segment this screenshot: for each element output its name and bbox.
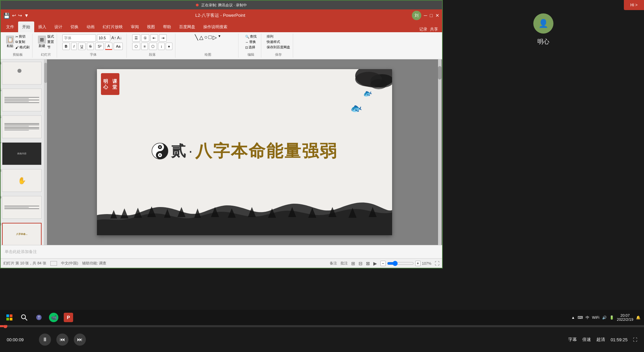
subtitle-btn[interactable]: 字幕 xyxy=(568,337,577,343)
tab-design[interactable]: 设计 xyxy=(50,21,66,32)
zoom-slider[interactable] xyxy=(387,261,414,266)
tab-help[interactable]: 帮助 xyxy=(159,21,175,32)
windows-start-btn[interactable] xyxy=(3,311,15,323)
tab-insert[interactable]: 插入 xyxy=(34,21,50,32)
align-left-btn[interactable]: ⬡ xyxy=(132,43,140,50)
shape4[interactable]: □ xyxy=(209,34,212,41)
slide-thumb-4[interactable] xyxy=(2,62,42,85)
progress-bar[interactable] xyxy=(0,325,644,327)
reset-btn[interactable]: 重置 xyxy=(47,40,54,44)
save-baidu-btn[interactable]: 保存到百度网盘 xyxy=(267,45,290,50)
font-name-input[interactable] xyxy=(62,34,96,42)
slide-thumb-5[interactable] xyxy=(2,89,42,111)
taskbar-volume[interactable]: 🔊 xyxy=(602,315,607,320)
italic-btn[interactable]: I xyxy=(71,43,77,50)
tab-transitions[interactable]: 切换 xyxy=(66,21,83,32)
align-center-btn[interactable]: ≡ xyxy=(141,43,148,50)
align-right-btn[interactable]: ⬡ xyxy=(149,43,157,50)
taskbar-keyboard[interactable]: ⌨ xyxy=(578,315,583,320)
decrease-indent-btn[interactable]: ⇤ xyxy=(150,34,158,42)
comments-btn[interactable]: 批注 xyxy=(340,261,348,266)
taskbar-wifi[interactable]: WiFi xyxy=(592,315,599,319)
slide-thumb-8[interactable]: ✋ xyxy=(2,169,42,192)
canvas-scrollbar[interactable] xyxy=(438,59,441,245)
section-btn[interactable]: 节 xyxy=(47,45,54,50)
taskbar-ime[interactable]: 中 xyxy=(586,315,589,320)
zoom-in-btn[interactable]: + xyxy=(415,261,421,266)
slide-thumb-10[interactable]: 八字本命... xyxy=(2,223,42,245)
shape5[interactable]: ▷ xyxy=(213,34,217,41)
zoom-out-btn[interactable]: − xyxy=(380,261,386,266)
tab-animations[interactable]: 动画 xyxy=(83,21,99,32)
redo-icon[interactable]: ↪ xyxy=(18,13,22,18)
powerpoint-taskbar-btn[interactable]: P xyxy=(62,311,74,323)
customize-icon[interactable]: ▼ xyxy=(24,13,29,18)
char-spacing-btn[interactable]: Aa xyxy=(114,43,123,50)
text-direction-btn[interactable]: ↕ xyxy=(158,43,165,50)
tab-home[interactable]: 开始 xyxy=(18,21,34,32)
increase-indent-btn[interactable]: ⇥ xyxy=(159,34,167,42)
quick-styles-btn[interactable]: 快速样式 xyxy=(267,40,290,44)
speed-btn[interactable]: 倍速 xyxy=(582,337,591,343)
reading-view-btn[interactable]: ⊠ xyxy=(366,261,370,266)
minimize-btn[interactable]: ─ xyxy=(424,13,427,18)
shape1[interactable]: ╲ xyxy=(195,34,198,41)
taskbar-notification[interactable]: 🔔 xyxy=(636,315,641,320)
strikethrough-btn[interactable]: S xyxy=(87,43,94,50)
arrange-btn[interactable]: 排列 xyxy=(267,34,290,39)
tab-review[interactable]: 审阅 xyxy=(127,21,143,32)
bold-btn[interactable]: B xyxy=(62,43,70,50)
slide-thumb-7[interactable]: 表格内容 xyxy=(2,142,42,165)
convert-smartart-btn[interactable]: ♦ xyxy=(166,43,172,50)
shapes-more[interactable]: ▼ xyxy=(218,34,221,41)
taskbar-battery[interactable]: 🔋 xyxy=(609,315,614,320)
find-btn[interactable]: 🔍 查找 xyxy=(245,34,257,39)
slide-panel-scrollbar[interactable] xyxy=(44,59,47,245)
notes-view-icon[interactable] xyxy=(50,261,57,266)
tab-file[interactable]: 文件 xyxy=(2,21,18,32)
tencent-meeting-btn[interactable]: 📹 xyxy=(48,311,60,323)
close-btn[interactable]: ✕ xyxy=(435,13,439,18)
notes-btn[interactable]: 备注 xyxy=(330,261,337,266)
hi-btn[interactable]: Hi > xyxy=(624,0,644,10)
tab-search[interactable]: 操作说明搜索 xyxy=(199,21,231,32)
share-btn[interactable]: 共享 xyxy=(430,27,438,32)
fullscreen-btn[interactable]: ⛶ xyxy=(633,337,637,342)
numbering-btn[interactable]: ① xyxy=(141,34,149,42)
fit-window-btn[interactable]: ⛶ xyxy=(435,261,439,266)
normal-view-btn[interactable]: ⊞ xyxy=(351,261,355,266)
notes-area[interactable]: 单击此处添加备注 xyxy=(1,245,442,258)
tab-baidu[interactable]: 百度网盘 xyxy=(175,21,199,32)
select-btn[interactable]: ⊡ 选择 xyxy=(245,45,257,50)
font-size-input[interactable] xyxy=(97,34,110,42)
cut-btn[interactable]: ✂ 剪切 xyxy=(15,34,30,39)
prev-btn[interactable]: ⏮ xyxy=(56,334,68,346)
search-taskbar-btn[interactable] xyxy=(18,311,30,323)
new-slide-btn[interactable]: ⊞ 新建 xyxy=(38,36,46,48)
slideshow-btn[interactable]: ▶ xyxy=(373,261,377,266)
copy-btn[interactable]: ⧉ 复制 xyxy=(15,40,30,44)
layout-btn[interactable]: 版式 xyxy=(47,34,54,39)
format-painter-btn[interactable]: 🖌 格式刷 xyxy=(15,45,30,50)
font-increase-btn[interactable]: A↑ xyxy=(111,36,116,40)
tab-view[interactable]: 视图 xyxy=(143,21,159,32)
next-btn[interactable]: ⏭ xyxy=(74,334,86,346)
user-avatar[interactable]: 刘 xyxy=(412,11,421,20)
slide-thumb-6[interactable] xyxy=(2,115,42,138)
bullets-btn[interactable]: ☰ xyxy=(132,34,140,42)
tab-slideshow[interactable]: 幻灯片放映 xyxy=(99,21,127,32)
maximize-btn[interactable]: □ xyxy=(430,13,433,18)
font-decrease-btn[interactable]: A↓ xyxy=(117,36,122,40)
font-color-btn[interactable]: A xyxy=(105,43,112,50)
record-btn[interactable]: 记录 xyxy=(419,27,427,32)
quality-btn[interactable]: 超清 xyxy=(596,337,605,343)
paste-btn[interactable]: 📋 粘贴 xyxy=(6,36,14,48)
slide-canvas[interactable]: 明心 课堂 🐟 🐟 xyxy=(97,69,392,235)
taskbar-chevron[interactable]: ▲ xyxy=(571,315,575,319)
shape3[interactable]: ○ xyxy=(204,34,208,41)
chat-taskbar-btn[interactable]: T xyxy=(33,311,45,323)
shape2[interactable]: △ xyxy=(199,34,203,41)
shadow-btn[interactable]: S² xyxy=(95,43,104,50)
slide-thumb-9[interactable] xyxy=(2,196,42,219)
pause-btn[interactable]: ⏸ xyxy=(39,334,51,346)
